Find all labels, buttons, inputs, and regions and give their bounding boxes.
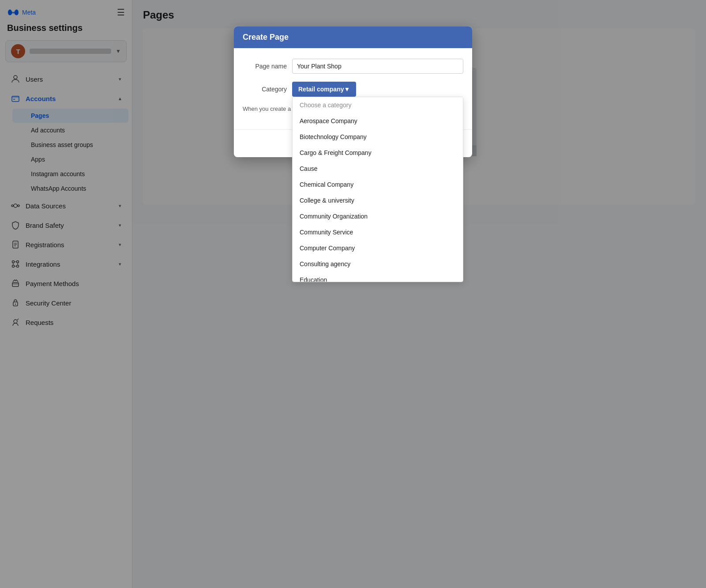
computer-label: Computer Company: [300, 245, 355, 252]
college-label: College & university: [300, 197, 354, 204]
dropdown-item-community-service[interactable]: Community Service: [293, 224, 463, 240]
consulting-label: Consulting agency: [300, 260, 350, 268]
main-content: Pages: [132, 0, 706, 588]
chemical-label: Chemical Company: [300, 181, 353, 188]
modal-title: Create Page: [243, 33, 289, 41]
dropdown-item-choose[interactable]: Choose a category: [293, 97, 463, 113]
modal-overlay: Create Page Page name Category Retail co…: [132, 0, 706, 588]
dropdown-item-education[interactable]: Education: [293, 272, 463, 282]
modal-body: Page name Category Retail company ▼: [234, 48, 472, 129]
category-select-button[interactable]: Retail company ▼: [292, 82, 356, 97]
dropdown-choose-label: Choose a category: [300, 102, 352, 109]
modal-header: Create Page: [234, 26, 472, 48]
category-dropdown-menu: Choose a category Aerospace Company Biot…: [292, 97, 463, 282]
dropdown-item-college[interactable]: College & university: [293, 192, 463, 208]
dropdown-item-computer[interactable]: Computer Company: [293, 240, 463, 256]
dropdown-item-community-org[interactable]: Community Organization: [293, 208, 463, 224]
cargo-label: Cargo & Freight Company: [300, 149, 372, 156]
biotechnology-label: Biotechnology Company: [300, 133, 367, 140]
cause-label: Cause: [300, 165, 317, 172]
category-wrapper: Retail company ▼ Choose a category Aeros…: [292, 82, 463, 97]
dropdown-item-consulting[interactable]: Consulting agency: [293, 256, 463, 272]
dropdown-item-aerospace[interactable]: Aerospace Company: [293, 113, 463, 129]
dropdown-item-cargo[interactable]: Cargo & Freight Company: [293, 145, 463, 161]
page-name-input[interactable]: [292, 59, 463, 74]
category-label: Category: [243, 86, 287, 93]
category-row: Category Retail company ▼ Choose a categ…: [243, 82, 463, 97]
category-dropdown-arrow-icon: ▼: [344, 86, 350, 93]
page-name-label: Page name: [243, 63, 287, 70]
community-service-label: Community Service: [300, 229, 353, 236]
education-label: Education: [300, 276, 327, 282]
selected-category-text: Retail company: [298, 86, 344, 93]
aerospace-label: Aerospace Company: [300, 117, 357, 124]
page-name-row: Page name: [243, 59, 463, 74]
create-page-modal: Create Page Page name Category Retail co…: [234, 26, 472, 157]
dropdown-item-chemical[interactable]: Chemical Company: [293, 177, 463, 192]
dropdown-item-cause[interactable]: Cause: [293, 161, 463, 177]
dropdown-item-biotechnology[interactable]: Biotechnology Company: [293, 129, 463, 145]
community-org-label: Community Organization: [300, 213, 368, 220]
